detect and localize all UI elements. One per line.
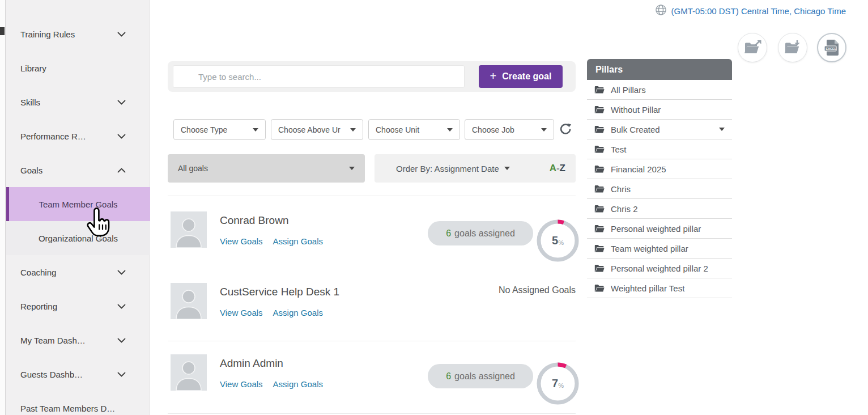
pillar-item-weighted-pillar-test[interactable]: Weighted pillar Test [587,278,732,298]
sidebar-item-coaching[interactable]: Coaching [6,255,150,289]
sidebar-item-label: Library [20,63,126,73]
sidebar-item-library[interactable]: Library [6,51,150,85]
member-row: Admin Admin View Goals Assign Goals 6 go… [168,350,576,415]
goal-state-filter-value: All goals [178,164,349,173]
person-silhouette-icon [171,354,207,391]
folder-export-icon [743,40,762,56]
person-silhouette-icon [171,211,207,248]
chevron-down-icon [117,304,126,309]
sidebar-item-team-member-goals[interactable]: Team Member Goals [6,187,150,221]
pillar-item-financial-2025[interactable]: Financial 2025 [587,159,732,179]
goal-state-filter-dropdown[interactable]: All goals [168,154,365,183]
divider [168,196,576,196]
folder-icon [594,145,605,154]
assign-goals-link[interactable]: Assign Goals [273,308,323,317]
sidebar-item-organizational-goals[interactable]: Organizational Goals [6,221,150,255]
create-goal-button[interactable]: + Create goal [479,65,563,88]
sidebar-item-performance-r[interactable]: Performance R… [6,119,150,153]
sidebar-item-label: Coaching [20,268,117,277]
chevron-down-icon [117,100,126,105]
filter-dropdown-choose-job[interactable]: Choose Job [465,119,554,140]
pillar-item-team-weighted-pillar[interactable]: Team weighted pillar [587,239,732,259]
folder-icon [594,225,605,233]
member-row: CustService Help Desk 1 View Goals Assig… [168,278,576,350]
sidebar-item-my-team-dash[interactable]: My Team Dash… [6,323,150,357]
filter-dropdown-value: Choose Type [181,125,253,134]
excel-file-icon: EXCEL [823,39,840,57]
timezone-label[interactable]: (GMT-05:00 DST) Central Time, Chicago Ti… [671,6,846,16]
plus-icon: + [490,70,497,83]
export-excel-button[interactable]: EXCEL [817,33,846,62]
chevron-down-icon [253,128,258,132]
folder-icon [594,185,605,193]
refresh-button[interactable] [559,123,572,138]
sidebar-item-goals[interactable]: Goals [6,153,150,187]
view-goals-link[interactable]: View Goals [220,379,263,389]
sidebar-scrollbar[interactable] [0,0,6,415]
sidebar-item-label: Goals [20,166,117,175]
pillar-item-without-pillar[interactable]: Without Pillar [587,100,732,120]
filter-dropdown-choose-above-ur[interactable]: Choose Above Ur [271,119,363,140]
pillars-header: Pillars [587,59,732,80]
filter-dropdown-value: Choose Above Ur [278,125,350,134]
folder-icon [594,205,605,213]
folder-icon [594,86,605,94]
order-by-dropdown[interactable]: Order By: Assignment Date [396,164,499,173]
sidebar-item-reporting[interactable]: Reporting [6,289,150,323]
view-goals-link[interactable]: View Goals [220,308,263,317]
chevron-down-icon[interactable] [504,167,510,170]
goals-assigned-text: goals assigned [454,228,515,239]
avatar [171,211,207,248]
pillar-label: Weighted pillar Test [611,283,684,293]
pillar-label: Bulk Created [611,125,660,134]
filter-dropdown-choose-type[interactable]: Choose Type [173,119,266,140]
hand-cursor-icon [85,208,111,239]
folder-icon [594,105,605,114]
sidebar-item-label: Past Team Members D… [20,404,126,413]
assign-goals-link[interactable]: Assign Goals [273,379,323,389]
member-links: View Goals Assign Goals [220,236,323,246]
sidebar-item-guests-dashb[interactable]: Guests Dashb… [6,357,150,391]
member-name: Conrad Brown [220,214,288,227]
view-goals-link[interactable]: View Goals [220,236,263,246]
filter-dropdown-choose-unit[interactable]: Choose Unit [368,119,460,140]
pillar-item-test[interactable]: Test [587,139,732,159]
member-links: View Goals Assign Goals [220,308,323,317]
avatar [171,283,207,319]
sort-az-button[interactable]: A-Z [550,163,565,174]
no-assigned-goals-label: No Assigned Goals [499,285,576,295]
pillar-item-chris[interactable]: Chris [587,179,732,199]
pillar-item-personal-weighted-pillar[interactable]: Personal weighted pillar [587,219,732,239]
goal-progress-ring: 7% [537,362,579,405]
sidebar-item-label: Training Rules [20,29,117,39]
pillar-item-personal-weighted-pillar-2[interactable]: Personal weighted pillar 2 [587,259,732,278]
filters-row: Choose Type Choose Above Ur Choose Unit … [168,119,576,140]
list-controls: All goals Order By: Assignment Date A-Z [168,154,576,183]
sidebar: Training Rules LibrarySkills Performance… [0,0,150,415]
refresh-icon [559,123,572,137]
member-links: View Goals Assign Goals [220,379,323,389]
search-input[interactable] [173,65,465,88]
sidebar-item-label: Performance R… [20,132,117,141]
chevron-up-icon [117,168,126,173]
goals-count: 6 [446,371,451,382]
chevron-down-icon [541,128,547,132]
pillar-item-all-pillars[interactable]: All Pillars [587,80,732,100]
pillar-item-bulk-created[interactable]: Bulk Created [587,120,732,139]
sidebar-item-training-rules[interactable]: Training Rules [6,17,150,51]
folder-icon [594,264,605,273]
import-folder-button[interactable] [778,33,807,62]
goals-count: 6 [446,228,451,239]
pillar-item-chris-2[interactable]: Chris 2 [587,199,732,219]
sidebar-item-skills[interactable]: Skills [6,85,150,119]
chevron-down-icon [117,270,126,275]
avatar [171,354,207,391]
chevron-down-icon [117,372,126,377]
chevron-down-icon[interactable] [719,128,725,131]
chevron-down-icon [117,134,126,139]
sidebar-scrollbar-thumb[interactable] [0,27,5,35]
assign-goals-link[interactable]: Assign Goals [273,236,323,246]
timezone-selector[interactable]: (GMT-05:00 DST) Central Time, Chicago Ti… [655,4,846,18]
export-folder-button[interactable] [738,33,767,62]
sidebar-item-past-team-members-d[interactable]: Past Team Members D… [6,391,150,415]
